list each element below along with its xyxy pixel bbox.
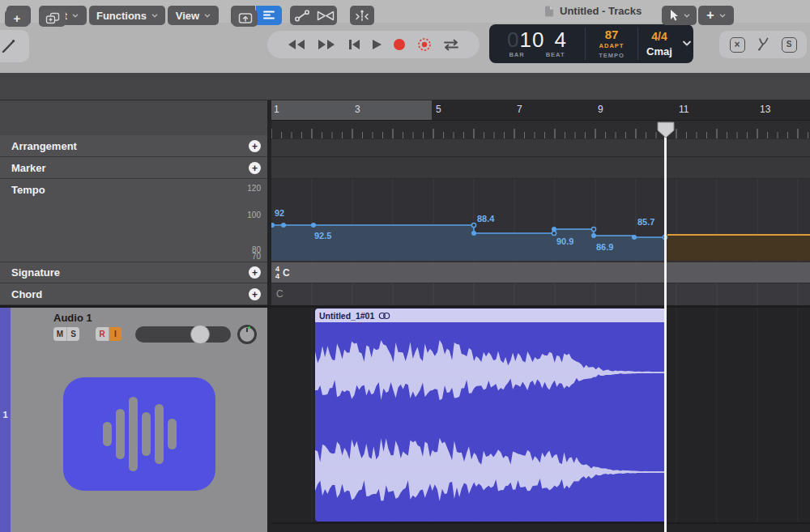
marker-lane[interactable] [271,157,810,179]
tempo-point-value[interactable]: 92 [275,208,284,218]
pointer-tool-menu[interactable] [662,6,697,25]
tuning-fork-icon [755,36,771,53]
playhead-pin[interactable] [656,120,676,139]
record-button[interactable] [393,38,406,51]
add-arrangement-marker-button[interactable]: + [249,140,261,152]
global-row-arrangement[interactable]: Arrangement + [0,135,267,157]
duplicate-track-button[interactable] [39,10,66,27]
plus-circle-icon: + [252,164,258,173]
add-chord-button[interactable]: + [249,288,261,300]
tempo-point-value[interactable]: 90.9 [556,236,573,246]
add-marker-button[interactable]: + [249,162,261,174]
waveform-bar [168,419,177,449]
waveform-bar [103,422,112,446]
waveform-bar [129,397,138,471]
add-global-track-button[interactable]: + [5,10,29,27]
global-row-tempo[interactable]: Tempo 120 100 80 70 [0,179,267,262]
volume-slider[interactable] [135,326,231,343]
lcd-signature-section[interactable]: 4/4 Cmaj [638,24,680,63]
secondary-tool-menu[interactable]: + [698,6,734,25]
audio-track-icon[interactable] [63,377,215,491]
audio-region[interactable]: Untitled_1#01 [315,309,667,521]
region-name: Untitled_1#01 [319,311,374,321]
tempo-scale-120: 120 [238,184,261,193]
menu-view[interactable]: View [168,6,219,25]
global-row-marker[interactable]: Marker + [0,157,267,179]
chevron-down-icon [719,14,726,18]
automation-curve-tool-button[interactable] [290,6,313,25]
lcd-bar-ghost: 0 [507,29,519,50]
go-to-beginning-button[interactable] [347,39,360,50]
pan-knob[interactable] [237,325,257,344]
tuner-button[interactable] [755,36,771,53]
chevron-down-icon[interactable] [682,40,692,47]
playhead[interactable] [664,130,667,532]
arrangement-lane[interactable] [271,139,810,157]
region-header[interactable]: Untitled_1#01 [315,309,667,322]
duplicate-track-icon [45,12,60,24]
capture-recording-button[interactable] [417,37,432,52]
fast-forward-button[interactable] [317,39,336,50]
ruler-tick-marks [271,121,810,139]
crossfade-tool-button[interactable] [313,6,337,25]
cycle-button[interactable] [442,39,460,51]
record-enable-button[interactable]: R [96,327,109,341]
tempo-point-value[interactable]: 88.4 [477,214,494,223]
waveform-bar [142,412,151,456]
list-view-toggle[interactable] [256,6,282,25]
split-at-playhead-button[interactable] [350,6,374,25]
rewind-icon [287,39,306,50]
ruler-bar-row[interactable]: 135791113 [271,100,810,120]
lcd-tempo-section[interactable]: 87 ADAPT TEMPO [586,24,637,63]
hide-global-tracks-button[interactable] [232,10,258,27]
lcd-tempo-value[interactable]: 87 [605,28,619,40]
global-tracks-header [0,100,267,135]
region-waveform-area[interactable] [315,322,667,521]
lcd-display[interactable]: 0104 BAR BEAT 87 ADAPT TEMPO 4/4 Cmaj [489,24,693,63]
chevron-down-icon [72,14,79,18]
lcd-time-signature[interactable]: 4/4 [651,31,667,43]
solo-button[interactable]: S [782,37,797,53]
global-row-chord[interactable]: Chord + [0,283,267,305]
signature-lane[interactable]: 4 4 C [271,262,810,283]
automation-curve-icon [294,10,310,22]
tempo-point-value[interactable]: 85.7 [637,217,654,227]
tempo-point-value[interactable]: 86.9 [596,242,613,252]
solo-button-track[interactable]: S [66,327,79,341]
cycle-range[interactable] [271,100,432,120]
lcd-tempo-mode[interactable]: ADAPT [599,42,625,49]
crossfade-icon [317,11,335,21]
tempo-lane[interactable] [271,179,810,262]
rewind-button[interactable] [287,39,306,50]
global-row-signature[interactable]: Signature + [0,262,267,283]
track-color-strip[interactable]: 1 [0,308,11,532]
lcd-beat-value[interactable]: 4 [554,29,566,50]
track-name[interactable]: Audio 1 [53,312,92,324]
play-button[interactable] [372,39,382,50]
track-header[interactable]: Audio 1 M S R I [11,308,267,532]
chord-lane[interactable]: C [271,283,810,305]
add-signature-button[interactable]: + [249,266,261,279]
lcd-position-section[interactable]: 0104 BAR BEAT [489,24,585,63]
tempo-curve[interactable] [271,179,810,262]
lcd-bar-value[interactable]: 10 [520,29,545,50]
hide-global-tracks-icon [238,12,253,24]
lcd-key-signature[interactable]: Cmaj [646,45,672,57]
plus-circle-icon: + [252,142,258,151]
arrangement-row-label: Arrangement [11,140,77,152]
ruler-ticks[interactable] [271,120,810,139]
mute-button[interactable]: M [53,327,66,341]
go-to-beginning-icon [347,39,360,50]
input-monitor-button[interactable]: I [109,327,122,341]
count-in-button[interactable]: × [730,37,745,53]
quick-edit-tool-button[interactable] [0,30,29,62]
chevron-down-icon [204,14,211,18]
plus-circle-icon: + [252,290,258,300]
tempo-point-value[interactable]: 92.5 [314,231,331,240]
menu-functions[interactable]: Functions [89,6,165,25]
volume-slider-thumb[interactable] [190,325,210,344]
stereo-circles-icon [378,312,390,320]
lcd-tempo-label: TEMPO [599,52,625,59]
ruler-bar-number: 11 [679,104,688,115]
pan-position-tick [248,326,250,329]
